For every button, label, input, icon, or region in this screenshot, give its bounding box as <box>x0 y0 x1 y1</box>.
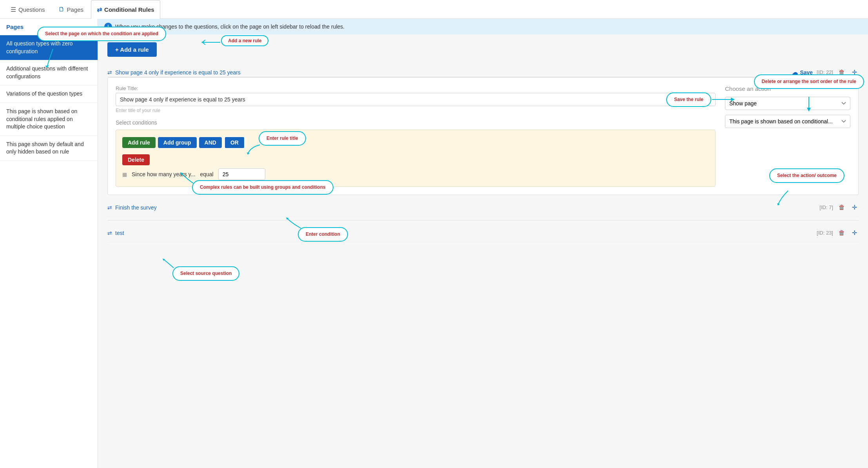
finish-rule-actions: [ID: 7] 🗑 ✛ <box>819 203 859 212</box>
and-button[interactable]: AND <box>199 137 222 148</box>
test-rule-title-link[interactable]: test <box>115 230 124 236</box>
sidebar-item-4-label: This page is shown based on conditional … <box>6 108 77 130</box>
sidebar-item-5[interactable]: This page shown by default and only hidd… <box>0 136 98 161</box>
rule-card-inner: Rule Title: Enter title of your rule Sel… <box>108 78 858 195</box>
cloud-save-icon: ☁ <box>792 69 798 76</box>
sync-icon-finish: ⇄ <box>107 204 112 211</box>
rule-row-test: ⇄ test [ID: 23] 🗑 ✛ <box>107 224 859 242</box>
rule-title-placeholder: Enter title of your rule <box>116 108 716 113</box>
or-button[interactable]: OR <box>224 136 245 149</box>
info-icon: i <box>104 23 112 31</box>
add-group-button[interactable]: Add group <box>158 137 197 148</box>
test-rule-title: test <box>115 230 124 236</box>
add-rule-condition-button[interactable]: Add rule <box>122 137 156 148</box>
menu-icon: ☰ <box>11 6 16 13</box>
action-header: Choose an action <box>725 85 850 92</box>
nav-rules-label: Conditional Rules <box>104 6 154 13</box>
nav-rules[interactable]: ⇄ Conditional Rules <box>91 0 160 19</box>
move-test-rule-button[interactable]: ✛ <box>850 228 859 237</box>
callout-add-rule: Add a new rule <box>221 35 268 46</box>
nav-pages[interactable]: 🗋 Pages <box>53 0 90 19</box>
add-rule-row: + Add a rule Add a new rule <box>107 42 859 57</box>
condition-value-input[interactable] <box>218 168 265 180</box>
delete-rule-22-button[interactable]: 🗑 <box>837 68 846 77</box>
sync-icon-test: ⇄ <box>107 230 112 236</box>
sidebar-header-label: Pages <box>6 23 24 30</box>
move-rule-22-button[interactable]: ✛ <box>850 68 859 77</box>
condition-row-1: Delete ▦ Since how many years y... equal <box>122 154 709 180</box>
sidebar-item-3[interactable]: Variations of the question types <box>0 85 98 103</box>
top-nav: ☰ Questions 🗋 Pages ⇄ Conditional Rules <box>0 0 868 19</box>
rule-left: Rule Title: Enter title of your rule Sel… <box>116 85 716 187</box>
conditions-toolbar: Add rule Add group AND OR <box>122 136 709 149</box>
delete-finish-rule-button[interactable]: 🗑 <box>837 203 846 212</box>
save-rule-button[interactable]: ☁ Save <box>792 69 813 76</box>
rule-title-label: Rule Title: <box>116 85 716 91</box>
move-finish-rule-button[interactable]: ✛ <box>850 203 859 212</box>
sidebar-header: Pages <box>0 19 98 35</box>
rule-title-input[interactable] <box>116 93 716 106</box>
question-field-icon: ▦ <box>122 172 127 177</box>
content-area: i When you make changes to the questions… <box>98 19 868 468</box>
expanded-rule-title: Show page 4 only if experience is equal … <box>115 69 241 76</box>
rule-row-finish: ⇄ Finish the survey [ID: 7] 🗑 ✛ <box>107 198 859 217</box>
finish-rule-title-link[interactable]: Finish the survey <box>115 204 157 211</box>
add-rule-button[interactable]: + Add a rule <box>107 42 157 57</box>
info-bar-message: When you make changes to the questions, … <box>115 23 344 30</box>
sidebar-item-1-label: All question types with zero configurati… <box>6 40 73 54</box>
finish-rule-id: [ID: 7] <box>819 204 833 210</box>
delete-test-rule-button[interactable]: 🗑 <box>837 229 846 237</box>
expanded-rule-title-link[interactable]: Show page 4 only if experience is equal … <box>115 69 241 76</box>
pages-icon: 🗋 <box>58 6 65 13</box>
sync-icon-expanded: ⇄ <box>107 69 112 76</box>
condition-question-label: Since how many years y... <box>132 171 195 177</box>
rules-icon: ⇄ <box>97 6 102 13</box>
save-button-label: Save <box>800 69 813 76</box>
sidebar: Pages All question types with zero confi… <box>0 19 98 468</box>
rule-id-22: [ID: 22] <box>817 69 833 75</box>
action-select[interactable]: Show page Hide page <box>725 97 850 110</box>
nav-pages-label: Pages <box>67 6 84 13</box>
delete-condition-button[interactable]: Delete <box>122 154 150 165</box>
expanded-rule-row: ⇄ Show page 4 only if experience is equa… <box>107 63 859 77</box>
target-select[interactable]: This page is shown based on conditional.… <box>725 115 850 128</box>
sidebar-item-1[interactable]: All question types with zero configurati… <box>0 35 98 60</box>
condition-fields: ▦ Since how many years y... equal <box>122 168 709 180</box>
nav-questions[interactable]: ☰ Questions <box>5 0 51 19</box>
separator-1 <box>107 220 859 220</box>
test-rule-actions: [ID: 23] 🗑 ✛ <box>817 228 859 237</box>
sidebar-item-5-label: This page shown by default and only hidd… <box>6 141 84 155</box>
rule-card: Rule Title: Enter title of your rule Sel… <box>107 77 859 195</box>
main-layout: Pages All question types with zero confi… <box>0 19 868 468</box>
expanded-rule-actions: ☁ Save [ID: 22] 🗑 ✛ <box>792 68 859 77</box>
callout-add-rule-arrow <box>201 38 221 46</box>
conditions-header: Select conditions <box>116 119 716 126</box>
condition-operator: equal <box>200 171 213 177</box>
sidebar-item-2-label: Additional questions with different conf… <box>6 65 88 80</box>
finish-rule-title: Finish the survey <box>115 204 157 211</box>
test-rule-id: [ID: 23] <box>817 230 833 236</box>
sidebar-item-4[interactable]: This page is shown based on conditional … <box>0 103 98 136</box>
rule-right: Choose an action Show page Hide page Thi… <box>725 85 850 187</box>
info-bar: i When you make changes to the questions… <box>98 19 868 34</box>
nav-questions-label: Questions <box>18 6 45 13</box>
sidebar-item-2[interactable]: Additional questions with different conf… <box>0 60 98 85</box>
conditions-box: Add rule Add group AND OR <box>116 130 716 187</box>
sidebar-item-3-label: Variations of the question types <box>6 90 82 97</box>
content-inner: + Add a rule Add a new rule ⇄ <box>98 34 868 250</box>
